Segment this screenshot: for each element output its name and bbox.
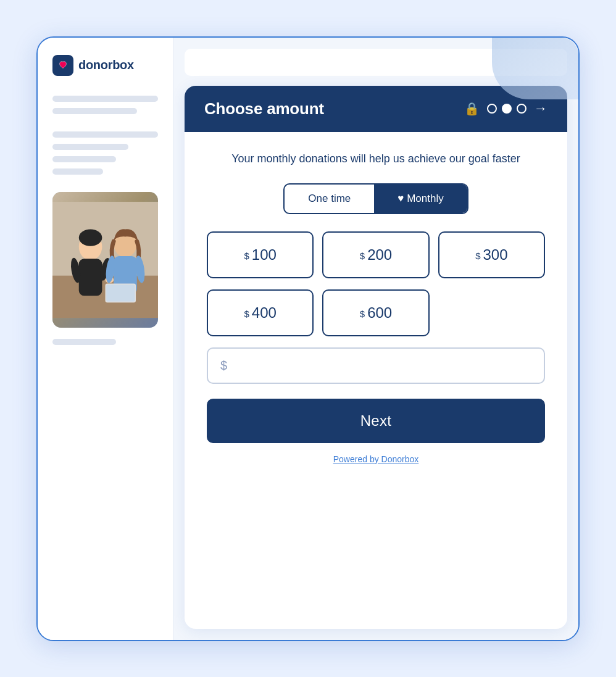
step-dot-2 bbox=[502, 104, 512, 114]
amount-value: 400 bbox=[252, 304, 277, 322]
amount-btn-100[interactable]: $ 100 bbox=[207, 231, 314, 278]
lock-icon: 🔒 bbox=[464, 101, 480, 116]
outer-card: donorbox bbox=[36, 36, 580, 641]
sidebar-line bbox=[52, 144, 128, 150]
brand-name: donorbox bbox=[78, 58, 134, 72]
amount-grid-row1: $ 100 $ 200 $ 300 bbox=[207, 231, 545, 278]
header-icons: 🔒 → bbox=[464, 101, 547, 117]
powered-by[interactable]: Powered by Donorbox bbox=[207, 454, 545, 464]
amount-value: 300 bbox=[483, 246, 507, 264]
sidebar-line-bottom bbox=[52, 339, 116, 345]
amount-value: 200 bbox=[367, 246, 392, 264]
amount-grid-row2: $ 400 $ 600 bbox=[207, 289, 545, 336]
card-header-title: Choose amount bbox=[204, 99, 324, 118]
sidebar-placeholder-lines-1 bbox=[52, 96, 158, 114]
step-dot-1 bbox=[487, 104, 497, 114]
step-dot-3 bbox=[517, 104, 527, 114]
amount-btn-400[interactable]: $ 400 bbox=[207, 289, 314, 336]
sidebar: donorbox bbox=[38, 38, 173, 640]
card-body: Your monthly donations will help us achi… bbox=[185, 132, 567, 481]
logo-icon bbox=[52, 55, 73, 76]
amount-value: 100 bbox=[252, 246, 277, 264]
one-time-button[interactable]: One time bbox=[285, 185, 374, 213]
donation-card: Choose amount 🔒 → Your monthly donations… bbox=[185, 86, 567, 629]
main-area: Choose amount 🔒 → Your monthly donations… bbox=[173, 38, 578, 640]
currency-symbol: $ bbox=[360, 251, 365, 261]
sidebar-image bbox=[52, 192, 158, 328]
sidebar-line bbox=[52, 108, 137, 114]
currency-symbol: $ bbox=[360, 309, 365, 319]
logo-area: donorbox bbox=[52, 55, 158, 76]
svg-rect-15 bbox=[52, 201, 158, 317]
person-scene bbox=[52, 192, 158, 328]
empty-cell bbox=[438, 289, 545, 336]
decorative-shape bbox=[492, 38, 578, 99]
custom-amount-wrapper: $ bbox=[207, 347, 545, 384]
amount-value: 600 bbox=[367, 304, 392, 322]
sidebar-line bbox=[52, 96, 158, 102]
amount-btn-300[interactable]: $ 300 bbox=[438, 231, 545, 278]
frequency-toggle: One time ♥ Monthly bbox=[283, 183, 468, 214]
sidebar-line bbox=[52, 131, 158, 138]
amount-btn-200[interactable]: $ 200 bbox=[322, 231, 429, 278]
dollar-sign: $ bbox=[220, 359, 227, 373]
currency-symbol: $ bbox=[244, 251, 249, 261]
amount-btn-600[interactable]: $ 600 bbox=[322, 289, 429, 336]
monthly-button[interactable]: ♥ Monthly bbox=[374, 185, 467, 213]
step-indicators bbox=[487, 104, 527, 114]
sidebar-placeholder-lines-2 bbox=[52, 131, 158, 175]
next-button[interactable]: Next bbox=[207, 399, 545, 443]
currency-symbol: $ bbox=[244, 309, 249, 319]
sidebar-line bbox=[52, 168, 103, 175]
promo-text: Your monthly donations will help us achi… bbox=[207, 151, 545, 167]
currency-symbol: $ bbox=[475, 251, 480, 261]
arrow-icon: → bbox=[534, 101, 547, 117]
custom-amount-input[interactable] bbox=[233, 359, 531, 372]
sidebar-line bbox=[52, 156, 116, 162]
